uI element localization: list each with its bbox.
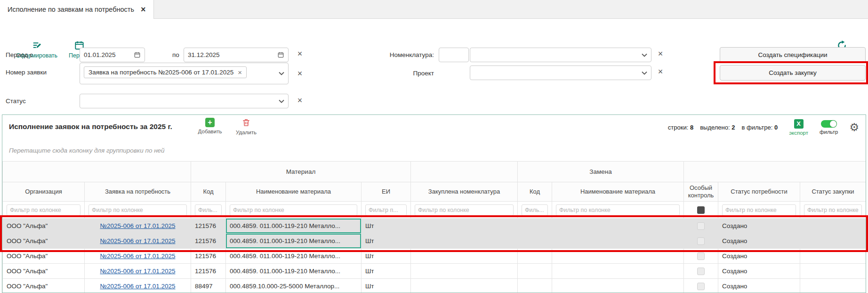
request-link[interactable]: №2025-006 от 17.01.2025 <box>100 222 176 229</box>
toggle-on-icon[interactable] <box>821 120 837 128</box>
column-filter-input[interactable] <box>195 204 222 216</box>
material-code-cell: 121576 <box>191 234 226 249</box>
grid-title: Исполнение заявок на потребность за 2025… <box>9 122 172 131</box>
plus-icon: + <box>205 118 215 127</box>
clear-status-icon[interactable]: × <box>296 96 304 105</box>
status-combo[interactable] <box>80 94 289 108</box>
period-to-input[interactable] <box>184 48 289 62</box>
nomenclature-code-field[interactable] <box>443 51 465 58</box>
column-filter-input[interactable] <box>556 204 680 216</box>
project-combo[interactable] <box>470 65 651 80</box>
column-filter-input[interactable] <box>7 204 80 216</box>
purchased-cell <box>411 234 518 249</box>
request-link[interactable]: №2025-006 от 17.01.2025 <box>100 268 176 275</box>
rows-count: строки: 8 <box>668 124 693 131</box>
calendar-icon[interactable] <box>277 51 284 58</box>
tab-title: Исполнение по заявкам на потребность <box>8 6 134 13</box>
delete-row-button[interactable]: Удалить <box>232 118 260 135</box>
selected-count: выделено: 2 <box>700 124 735 131</box>
special-control-checkbox[interactable] <box>697 283 705 290</box>
table-row[interactable]: ООО "Альфа"№2025-006 от 17.01.2025121576… <box>3 249 866 264</box>
nomenclature-combo[interactable] <box>470 48 651 62</box>
special-control-checkbox[interactable] <box>697 268 705 275</box>
table-row[interactable]: ООО "Альфа"№2025-006 от 17.01.2025121576… <box>3 219 866 234</box>
column-filter-input[interactable] <box>722 204 796 216</box>
request-link[interactable]: №2025-006 от 17.01.2025 <box>100 252 176 260</box>
table-row[interactable]: ООО "Альфа"№2025-006 от 17.01.2025121576… <box>3 234 866 249</box>
clear-nomenclature-icon[interactable]: × <box>656 49 665 58</box>
chevron-down-icon[interactable] <box>279 99 284 103</box>
column-header-organization[interactable]: Организация <box>3 182 85 202</box>
chevron-down-icon[interactable] <box>642 53 647 57</box>
group-by-hint: Перетащите сюда колонку для группировки … <box>2 139 866 161</box>
material-name-cell: 000.4859.10.000-25-5000 Металлор... <box>226 279 362 293</box>
clear-request-icon[interactable]: × <box>296 69 304 78</box>
column-filter-input[interactable] <box>365 204 407 216</box>
column-header-material-code[interactable]: Код <box>191 182 226 202</box>
clear-project-icon[interactable]: × <box>656 67 665 76</box>
request-cell: №2025-006 от 17.01.2025 <box>85 249 191 264</box>
table-row[interactable]: ООО "Альфа"№2025-006 от 17.01.2025884970… <box>3 279 866 293</box>
nomenclature-code-input[interactable] <box>439 48 469 62</box>
create-specifications-button[interactable]: Создать спецификации <box>720 47 866 63</box>
period-to-field[interactable] <box>188 51 274 58</box>
special-control-filter-checkbox[interactable] <box>697 206 705 214</box>
export-label: экспорт <box>789 130 808 136</box>
column-filter-input[interactable] <box>522 204 548 216</box>
replacement-name-cell <box>552 219 684 234</box>
column-header-need-status[interactable]: Статус потребности <box>718 182 800 202</box>
purchased-cell <box>411 264 518 279</box>
column-filter-input[interactable] <box>230 204 357 216</box>
grid-panel: Исполнение заявок на потребность за 2025… <box>2 114 866 293</box>
special-control-cell <box>684 219 718 234</box>
need-status-cell: Создано <box>718 279 800 293</box>
request-number-multiselect[interactable]: Заявка на потребность №2025-006 от 17.01… <box>80 63 289 84</box>
request-link[interactable]: №2025-006 от 17.01.2025 <box>100 237 176 244</box>
chevron-down-icon[interactable] <box>642 71 647 75</box>
replacement-name-cell <box>552 279 684 293</box>
grid-toolbar-right: строки: 8 выделено: 2 в фильтре: 0 X экс… <box>668 115 859 139</box>
material-code-cell: 121576 <box>191 264 226 279</box>
create-purchase-button[interactable]: Создать закупку <box>720 65 866 81</box>
replacement-code-cell <box>518 264 552 279</box>
purchase-status-cell <box>800 234 866 249</box>
column-header-purchase-status[interactable]: Статус закупки <box>800 182 866 202</box>
material-code-cell: 121576 <box>191 219 226 234</box>
gear-icon[interactable]: ⚙ <box>849 122 859 133</box>
tab-close-icon[interactable]: × <box>141 5 146 14</box>
replacement-name-cell <box>552 249 684 264</box>
material-code-cell: 121576 <box>191 249 226 264</box>
column-header-special-control[interactable]: Особый контроль <box>684 182 718 202</box>
tab-active[interactable]: Исполнение по заявкам на потребность × <box>0 0 154 19</box>
column-filter-input[interactable] <box>415 204 514 216</box>
group-header-empty <box>3 162 191 182</box>
special-control-checkbox[interactable] <box>697 252 705 260</box>
purchase-status-cell <box>800 219 866 234</box>
column-header-replacement-name[interactable]: Наименование материала <box>552 182 684 202</box>
column-header-unit[interactable]: ЕИ <box>362 182 411 202</box>
group-header-empty <box>684 162 866 182</box>
special-control-checkbox[interactable] <box>697 237 705 245</box>
group-header-row: Материал Замена <box>3 162 866 182</box>
filter-toggle[interactable]: фильтр <box>820 120 838 135</box>
column-header-replacement-code[interactable]: Код <box>518 182 552 202</box>
grid-header: Исполнение заявок на потребность за 2025… <box>2 115 866 139</box>
chip-remove-icon[interactable]: × <box>238 69 242 76</box>
chevron-down-icon[interactable] <box>279 72 284 75</box>
calendar-icon[interactable] <box>134 51 141 58</box>
request-link[interactable]: №2025-006 от 17.01.2025 <box>100 283 176 290</box>
column-filter-input[interactable] <box>804 204 862 216</box>
clear-period-icon[interactable]: × <box>296 49 304 58</box>
export-excel-button[interactable]: X экспорт <box>789 119 808 136</box>
period-from-input[interactable] <box>80 48 145 62</box>
column-header-purchased[interactable]: Закуплена номенклатура <box>411 182 518 202</box>
add-row-button[interactable]: + Добавить <box>194 118 225 134</box>
column-header-request[interactable]: Заявка на потребность <box>85 182 191 202</box>
table-row[interactable]: ООО "Альфа"№2025-006 от 17.01.2025121576… <box>3 264 866 279</box>
special-control-checkbox[interactable] <box>697 222 705 230</box>
replacement-code-cell <box>518 219 552 234</box>
column-filter-input[interactable] <box>88 204 187 216</box>
column-header-material-name[interactable]: Наименование материала <box>226 182 362 202</box>
request-chip[interactable]: Заявка на потребность №2025-006 от 17.01… <box>84 66 247 78</box>
period-from-field[interactable] <box>84 51 131 58</box>
